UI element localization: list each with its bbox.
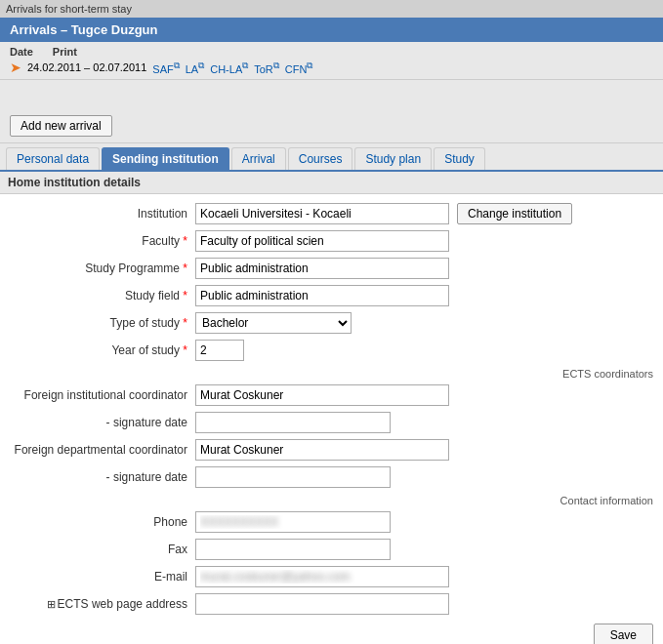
tab-arrival[interactable]: Arrival — [231, 147, 286, 170]
section-header: Home institution details — [0, 172, 663, 194]
type-of-study-row: Type of study * Bachelor Master Doctorat… — [0, 309, 663, 337]
faculty-input[interactable] — [195, 230, 449, 252]
foreign-inst-coord-input-wrapper — [195, 384, 663, 406]
faculty-label: Faculty * — [0, 234, 195, 248]
date-range: 24.02.2011 – 02.07.2011 — [27, 61, 146, 73]
foreign-dept-coord-label: Foreign departmental coordinator — [0, 443, 195, 457]
type-of-study-label: Type of study * — [0, 316, 195, 330]
fax-row: Fax — [0, 536, 663, 563]
foreign-inst-coord-input[interactable] — [195, 384, 449, 406]
phone-row: Phone — [0, 508, 663, 536]
year-of-study-input-wrapper — [195, 340, 663, 361]
study-field-label: Study field * — [0, 289, 195, 302]
form-area: Institution Change institution Faculty *… — [0, 194, 663, 644]
date-label: Date — [10, 46, 33, 58]
la-link[interactable]: LA⧉ — [186, 60, 204, 75]
study-programme-input-wrapper — [195, 258, 663, 279]
saf-link[interactable]: SAF⧉ — [152, 60, 179, 75]
save-row: Save — [0, 618, 663, 644]
spacer — [0, 80, 663, 109]
signature-date-1-label: - signature date — [0, 416, 195, 429]
contact-info-label: Contact information — [0, 491, 663, 508]
tab-personal-data[interactable]: Personal data — [6, 147, 100, 170]
faculty-input-wrapper — [195, 230, 663, 252]
add-btn-row: Add new arrival — [0, 109, 663, 143]
ects-web-input[interactable] — [195, 593, 449, 615]
ects-web-row: ⊞ECTS web page address — [0, 590, 663, 618]
cfn-ext-icon: ⧉ — [307, 60, 312, 70]
foreign-dept-coord-input[interactable] — [195, 439, 449, 461]
phone-input[interactable] — [195, 511, 391, 533]
foreign-dept-coord-row: Foreign departmental coordinator — [0, 436, 663, 463]
ects-coordinators-label: ECTS coordinators — [0, 364, 663, 382]
tab-study-plan[interactable]: Study plan — [354, 147, 432, 170]
phone-input-wrapper — [195, 511, 663, 533]
la-ext-icon: ⧉ — [198, 60, 204, 70]
institution-input[interactable] — [195, 203, 449, 224]
year-of-study-req: * — [180, 343, 187, 357]
tab-courses[interactable]: Courses — [288, 147, 353, 170]
arrow-icon: ➤ — [10, 60, 21, 75]
signature-date-2-row: - signature date — [0, 463, 663, 491]
study-programme-label: Study Programme * — [0, 262, 195, 275]
tab-study[interactable]: Study — [434, 147, 485, 170]
signature-date-1-input-wrapper — [195, 412, 663, 433]
email-row: E-mail — [0, 563, 663, 590]
year-of-study-input[interactable] — [195, 340, 244, 361]
email-input-wrapper — [195, 566, 663, 587]
section-title: Home institution details — [8, 176, 141, 189]
arrivals-header: Date Print ➤ 24.02.2011 – 02.07.2011 SAF… — [0, 42, 663, 80]
signature-date-2-label: - signature date — [0, 470, 195, 484]
ects-icon: ⊞ — [47, 598, 56, 610]
signature-date-2-input[interactable] — [195, 466, 391, 488]
institution-label: Institution — [0, 207, 195, 221]
signature-date-2-input-wrapper — [195, 466, 663, 488]
tab-sending-institution[interactable]: Sending institution — [102, 147, 229, 170]
type-of-study-input-wrapper: Bachelor Master Doctorate Other — [195, 312, 663, 334]
study-field-input-wrapper — [195, 285, 663, 306]
foreign-inst-coord-row: Foreign institutional coordinator — [0, 382, 663, 409]
ch-la-link[interactable]: CH-LA⧉ — [210, 60, 248, 75]
institution-row: Institution Change institution — [0, 200, 663, 227]
study-programme-input[interactable] — [195, 258, 449, 279]
type-of-study-req: * — [180, 316, 187, 330]
phone-label: Phone — [0, 515, 195, 529]
top-bar-text: Arrivals for short-term stay — [6, 3, 132, 15]
year-of-study-row: Year of study * — [0, 337, 663, 364]
email-label: E-mail — [0, 570, 195, 584]
ects-web-input-wrapper — [195, 593, 663, 615]
change-institution-button[interactable]: Change institution — [457, 203, 572, 224]
fax-input[interactable] — [195, 539, 391, 560]
saf-ext-icon: ⧉ — [174, 60, 180, 70]
foreign-inst-coord-label: Foreign institutional coordinator — [0, 388, 195, 402]
study-field-input[interactable] — [195, 285, 449, 306]
print-label: Print — [53, 46, 77, 58]
cfn-link[interactable]: CFN⧉ — [285, 60, 313, 75]
title-bar: Arrivals – Tugce Duzgun — [0, 18, 663, 42]
fax-label: Fax — [0, 543, 195, 556]
tor-ext-icon: ⧉ — [273, 60, 279, 70]
ch-la-ext-icon: ⧉ — [242, 60, 248, 70]
year-of-study-label: Year of study * — [0, 343, 195, 357]
study-programme-req: * — [180, 262, 187, 275]
foreign-dept-coord-input-wrapper — [195, 439, 663, 461]
study-programme-row: Study Programme * — [0, 255, 663, 282]
faculty-req: * — [180, 234, 187, 248]
save-button[interactable]: Save — [594, 624, 653, 644]
add-new-arrival-button[interactable]: Add new arrival — [10, 115, 112, 137]
title-text: Arrivals – Tugce Duzgun — [10, 22, 157, 37]
ects-web-label: ⊞ECTS web page address — [0, 597, 195, 611]
top-bar: Arrivals for short-term stay — [0, 0, 663, 18]
institution-input-wrapper: Change institution — [195, 203, 663, 224]
signature-date-1-input[interactable] — [195, 412, 391, 433]
signature-date-1-row: - signature date — [0, 409, 663, 436]
tabs-row: Personal data Sending institution Arriva… — [0, 143, 663, 172]
tor-link[interactable]: ToR⧉ — [254, 60, 279, 75]
faculty-row: Faculty * — [0, 227, 663, 255]
type-of-study-select[interactable]: Bachelor Master Doctorate Other — [195, 312, 352, 334]
email-input[interactable] — [195, 566, 449, 587]
study-field-row: Study field * — [0, 282, 663, 309]
fax-input-wrapper — [195, 539, 663, 560]
study-field-req: * — [180, 289, 187, 302]
